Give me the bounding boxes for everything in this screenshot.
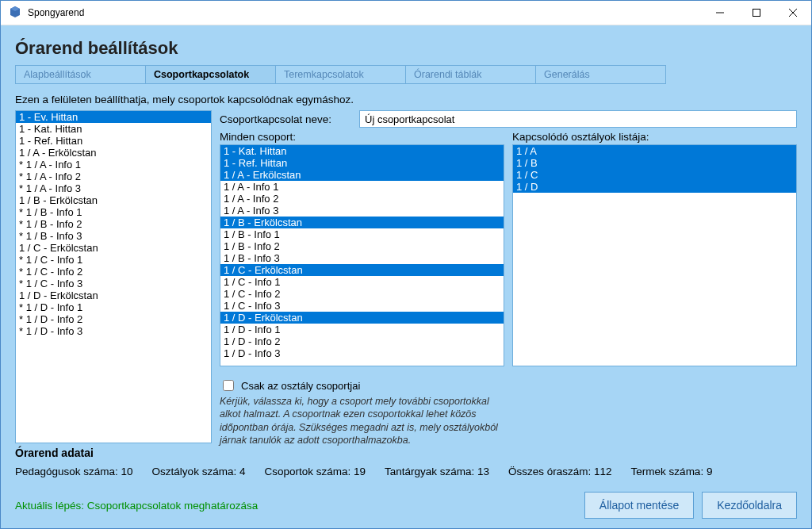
all-groups-item[interactable]: 1 / D - Info 2 [220,335,504,347]
all-groups-item[interactable]: 1 / B - Info 3 [220,252,504,264]
all-groups-label: Minden csoport: [220,131,504,143]
only-class-groups-label: Csak az osztály csoportjai [241,380,360,392]
tab-generálás[interactable]: Generálás [535,65,666,84]
all-groups-item[interactable]: 1 / B - Info 2 [220,240,504,252]
editor-panel: Csoportkapcsolat neve: Minden csoport: 1… [220,110,797,443]
group-relation-item[interactable]: * 1 / D - Info 3 [16,325,211,337]
stat-item: Csoportok száma: 19 [264,466,366,477]
stat-item: Tantárgyak száma: 13 [385,466,489,477]
group-relation-item[interactable]: 1 - Kat. Hittan [16,123,211,135]
all-groups-item[interactable]: 1 / A - Info 1 [220,181,504,193]
all-groups-item[interactable]: 1 / A - Erkölcstan [220,169,504,181]
group-relation-item[interactable]: 1 / B - Erkölcstan [16,194,211,206]
stat-item: Osztályok száma: 4 [152,466,246,477]
all-groups-item[interactable]: 1 / C - Info 3 [220,300,504,312]
group-relation-item[interactable]: * 1 / A - Info 2 [16,171,211,182]
name-field-row: Csoportkapcsolat neve: [220,110,797,128]
help-text: Kérjük, válassza ki, hogy a csoport mely… [220,395,504,447]
group-relation-name-input[interactable] [359,110,797,128]
all-groups-item[interactable]: 1 / C - Info 2 [220,288,504,300]
stat-item: Összes óraszám: 112 [508,466,612,477]
all-groups-item[interactable]: 1 / C - Erkölcstan [220,264,504,276]
stats-title: Órarend adatai [15,447,797,459]
name-label: Csoportkapcsolat neve: [220,113,354,125]
only-class-groups-checkbox[interactable] [223,380,234,391]
related-classes-column: Kapcsolódó osztályok listája: 1 / A1 / B… [512,131,797,443]
stat-item: Pedagógusok száma: 10 [15,466,133,477]
group-relation-item[interactable]: * 1 / B - Info 2 [16,218,211,230]
app-icon [9,6,21,19]
sub-columns: Minden csoport: 1 - Kat. Hittan1 - Ref. … [220,131,797,443]
tab-alapbeállítások[interactable]: Alapbeállítások [15,65,146,84]
tab-órarendi-táblák[interactable]: Órarendi táblák [405,65,536,84]
content-area: Órarend beállítások AlapbeállításokCsopo… [1,25,811,528]
all-groups-item[interactable]: 1 / D - Erkölcstan [220,312,504,324]
related-class-item[interactable]: 1 / A [513,145,796,157]
group-relations-list[interactable]: 1 - Ev. Hittan1 - Kat. Hittan1 - Ref. Hi… [15,110,212,443]
current-step: Aktuális lépés: Csoportkapcsolatok megha… [15,500,258,512]
related-class-item[interactable]: 1 / C [513,169,796,181]
all-groups-item[interactable]: 1 / A - Info 2 [220,193,504,205]
group-relation-item[interactable]: 1 / D - Erkölcstan [16,289,211,301]
all-groups-item[interactable]: 1 / D - Info 3 [220,347,504,359]
group-relation-item[interactable]: * 1 / D - Info 2 [16,313,211,325]
related-class-item[interactable]: 1 / B [513,157,796,169]
stat-item: Termek száma: 9 [631,466,713,477]
window-controls [702,1,811,25]
group-relation-item[interactable]: * 1 / C - Info 2 [16,266,211,278]
save-state-button[interactable]: Állapot mentése [584,492,694,519]
home-button[interactable]: Kezdőoldalra [702,492,797,519]
all-groups-item[interactable]: 1 / C - Info 1 [220,276,504,288]
all-groups-list[interactable]: 1 - Kat. Hittan1 - Ref. Hittan1 / A - Er… [220,144,504,366]
maximize-button[interactable] [738,1,775,25]
all-groups-item[interactable]: 1 / A - Info 3 [220,205,504,217]
app-window: Spongyarend Órarend beállítások Alapbeál… [0,0,812,529]
group-relation-item[interactable]: * 1 / A - Info 3 [16,182,211,194]
group-relation-item[interactable]: 1 - Ref. Hittan [16,135,211,147]
all-groups-item[interactable]: 1 - Ref. Hittan [220,157,504,169]
all-groups-item[interactable]: 1 / D - Info 1 [220,324,504,335]
group-relation-item[interactable]: * 1 / B - Info 3 [16,230,211,242]
group-relation-item[interactable]: 1 - Ev. Hittan [16,111,211,123]
close-button[interactable] [775,1,811,25]
minimize-button[interactable] [702,1,738,25]
tab-bar: AlapbeállításokCsoportkapcsolatokTeremka… [15,65,797,84]
all-groups-column: Minden csoport: 1 - Kat. Hittan1 - Ref. … [220,131,504,443]
group-relation-item[interactable]: * 1 / C - Info 1 [16,254,211,266]
only-class-groups-row: Csak az osztály csoportjai [220,378,504,393]
titlebar: Spongyarend [1,1,811,25]
tab-teremkapcsolatok[interactable]: Teremkapcsolatok [275,65,406,84]
group-relation-item[interactable]: * 1 / D - Info 1 [16,301,211,313]
tab-csoportkapcsolatok[interactable]: Csoportkapcsolatok [145,65,276,84]
group-relation-item[interactable]: * 1 / C - Info 3 [16,278,211,289]
group-relation-item[interactable]: * 1 / A - Info 1 [16,159,211,171]
svg-rect-1 [753,10,760,17]
related-classes-list[interactable]: 1 / A1 / B1 / C1 / D [512,144,797,366]
related-class-item[interactable]: 1 / D [513,181,796,193]
group-relation-item[interactable]: 1 / C - Erkölcstan [16,242,211,254]
related-classes-label: Kapcsolódó osztályok listája: [512,131,797,143]
group-relation-item[interactable]: 1 / A - Erkölcstan [16,147,211,159]
group-relation-item[interactable]: * 1 / B - Info 1 [16,206,211,218]
stats-row: Pedagógusok száma: 10Osztályok száma: 4C… [15,466,797,477]
all-groups-item[interactable]: 1 - Kat. Hittan [220,145,504,157]
footer-buttons: Állapot mentése Kezdőoldalra [584,492,797,519]
main-columns: 1 - Ev. Hittan1 - Kat. Hittan1 - Ref. Hi… [15,110,797,443]
all-groups-item[interactable]: 1 / B - Erkölcstan [220,217,504,228]
footer-row: Aktuális lépés: Csoportkapcsolatok megha… [15,492,797,519]
window-title: Spongyarend [28,7,702,18]
page-description: Ezen a felületen beállíthatja, mely csop… [15,94,797,105]
page-title: Órarend beállítások [15,38,797,59]
all-groups-item[interactable]: 1 / B - Info 1 [220,228,504,240]
